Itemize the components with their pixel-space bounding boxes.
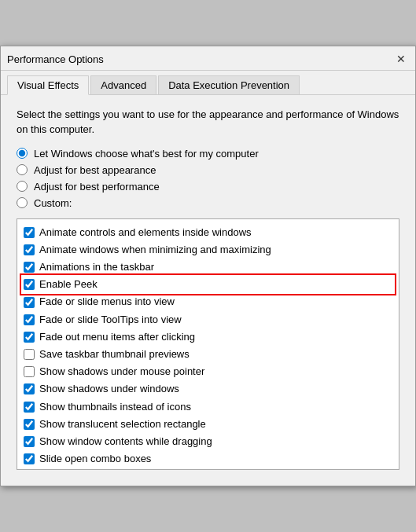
checkbox-enable-peek[interactable]: Enable Peek [22,276,394,293]
radio-custom[interactable]: Custom: [17,197,399,209]
radio-label-auto: Let Windows choose what's best for my co… [34,148,259,160]
checkbox-label-animate-windows: Animate windows when minimizing and maxi… [39,243,271,257]
checkbox-save-thumbnail[interactable]: Save taskbar thumbnail previews [22,346,394,363]
checkbox-label-enable-peek: Enable Peek [39,277,98,292]
checkbox-fade-menu-items[interactable]: Fade out menu items after clicking [22,328,394,346]
radio-auto[interactable]: Let Windows choose what's best for my co… [17,148,399,160]
checkbox-fade-slide-tooltips[interactable]: Fade or slide ToolTips into view [22,311,394,328]
dialog-title: Performance Options [7,53,104,65]
checkbox-label-animations-taskbar: Animations in the taskbar [39,260,154,274]
checkbox-label-translucent-selection: Show translucent selection rectangle [39,417,206,431]
checkbox-label-fade-menu-items: Fade out menu items after clicking [39,330,195,344]
description-text: Select the settings you want to use for … [17,108,399,136]
checkbox-label-animate-controls: Animate controls and elements inside win… [39,226,252,240]
radio-best-appearance[interactable]: Adjust for best appearance [17,164,399,176]
checkbox-shadows-mouse[interactable]: Show shadows under mouse pointer [22,363,394,380]
checkbox-smooth-edges[interactable]: Smooth edges of screen fonts [22,468,394,469]
checkbox-list[interactable]: Animate controls and elements inside win… [17,218,399,470]
performance-options-dialog: Performance Options ✕ Visual EffectsAdva… [0,46,416,486]
checkbox-label-shadows-mouse: Show shadows under mouse pointer [39,365,204,379]
radio-label-best-appearance: Adjust for best appearance [34,164,156,176]
checkbox-label-fade-slide-menus: Fade or slide menus into view [39,295,175,309]
radio-best-performance[interactable]: Adjust for best performance [17,181,399,193]
checkbox-animations-taskbar[interactable]: Animations in the taskbar [22,259,394,276]
radio-group: Let Windows choose what's best for my co… [17,148,399,209]
title-bar: Performance Options ✕ [1,46,415,71]
checkbox-slide-combo[interactable]: Slide open combo boxes [22,450,394,468]
radio-label-custom: Custom: [34,197,72,209]
checkbox-shadows-windows[interactable]: Show shadows under windows [22,380,394,398]
checkbox-label-window-contents-dragging: Show window contents while dragging [39,435,212,449]
checkbox-label-shadows-windows: Show shadows under windows [39,382,179,396]
checkbox-animate-controls[interactable]: Animate controls and elements inside win… [22,224,394,241]
close-button[interactable]: ✕ [393,51,409,67]
checkbox-label-fade-slide-tooltips: Fade or slide ToolTips into view [39,313,182,327]
checkbox-label-slide-combo: Slide open combo boxes [39,452,151,466]
radio-label-best-performance: Adjust for best performance [34,181,160,193]
tab-visual-effects[interactable]: Visual Effects [7,75,89,95]
checkbox-fade-slide-menus[interactable]: Fade or slide menus into view [22,293,394,310]
checkbox-window-contents-dragging[interactable]: Show window contents while dragging [22,433,394,450]
checkbox-thumbnails-icons[interactable]: Show thumbnails instead of icons [22,398,394,416]
tab-bar: Visual EffectsAdvancedData Execution Pre… [1,71,415,94]
checkbox-label-save-thumbnail: Save taskbar thumbnail previews [39,347,190,361]
tab-advanced[interactable]: Advanced [90,75,156,94]
tab-dep[interactable]: Data Execution Prevention [158,75,300,94]
checkbox-animate-windows[interactable]: Animate windows when minimizing and maxi… [22,241,394,259]
tab-content-visual-effects: Select the settings you want to use for … [1,94,415,485]
checkbox-translucent-selection[interactable]: Show translucent selection rectangle [22,416,394,433]
checkbox-label-thumbnails-icons: Show thumbnails instead of icons [39,400,191,414]
